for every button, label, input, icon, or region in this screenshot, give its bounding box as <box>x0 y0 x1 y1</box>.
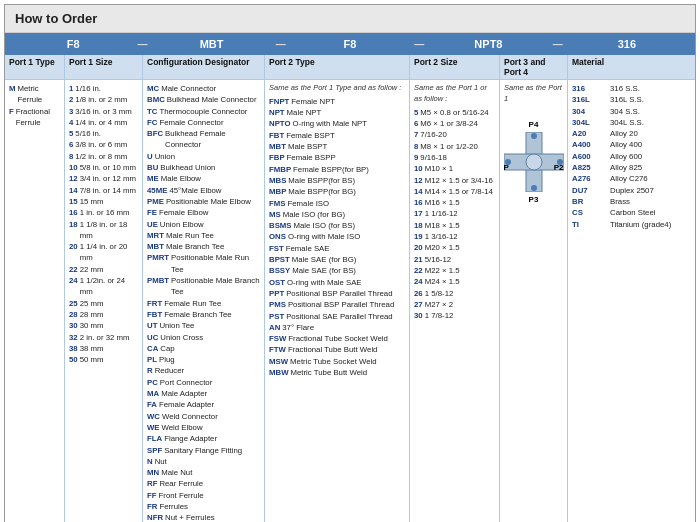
material-entry: A600Alloy 600 <box>572 151 700 162</box>
port1-size-code: 12 <box>69 173 78 184</box>
port1-size-entry: 322 in. or 32 mm <box>69 332 138 343</box>
port2-type-entry: FBPFemale BSPP <box>269 152 405 163</box>
material-entry: 304304 S.S. <box>572 106 700 117</box>
config-desc: Union Elbow <box>160 219 204 230</box>
port1-size-desc: 7/8 in. or 14 mm <box>80 185 136 196</box>
port1-size-entry: 41/4 in. or 4 mm <box>69 117 138 128</box>
config-desc: Weld Elbow <box>162 422 203 433</box>
port2-type-entry: MBPMale BSPP(for BG) <box>269 186 405 197</box>
config-desc: Cap <box>160 343 174 354</box>
port2-type-entry: MSMale ISO (for BG) <box>269 209 405 220</box>
port2-type-desc: O-ring with Male NPT <box>293 118 368 129</box>
port1-size-entry: 5050 mm <box>69 354 138 365</box>
port2-size-desc: M22 × 1.5 <box>425 265 460 276</box>
port2-size-entry: 301 7/8-12 <box>414 310 495 321</box>
config-desc: Weld Connector <box>162 411 218 422</box>
config-code: PMBT <box>147 275 169 298</box>
port1-size-entry: 123/4 in. or 12 mm <box>69 173 138 184</box>
material-desc: 316 S.S. <box>610 83 640 94</box>
config-code: FC <box>147 117 157 128</box>
config-entry: BUBulkhead Union <box>147 162 260 173</box>
port2-type-entry: PPTPositional BSP Parallel Thread <box>269 288 405 299</box>
config-desc: Bulkhead Union <box>160 162 215 173</box>
port2-size-entry: 8M8 × 1 or 1/2-20 <box>414 141 495 152</box>
config-entry: MEMale Elbow <box>147 173 260 184</box>
port1-size-entry: 181 1/8 in. or 18 mm <box>69 219 138 242</box>
config-entry: 45ME45°Male Elbow <box>147 185 260 196</box>
config-code: NFR <box>147 512 163 522</box>
port2-type-entry: BPSTMale SAE (for BG) <box>269 254 405 265</box>
port2-size-desc: 7/16-20 <box>420 129 446 140</box>
port2-size-entry: 16M16 × 1.5 <box>414 197 495 208</box>
material-code: CS <box>572 207 608 218</box>
material-entry: A400Alloy 400 <box>572 139 700 150</box>
material-code: BR <box>572 196 608 207</box>
port2-size-code: 6 <box>414 118 418 129</box>
port1-size-code: 24 <box>69 275 78 298</box>
port2-size-entry: 12M12 × 1.5 or 3/4-16 <box>414 175 495 186</box>
port2-size-entry: 191 3/16-12 <box>414 231 495 242</box>
subheader-port2-type: Port 2 Type <box>265 55 410 79</box>
port2-size-desc: M27 × 2 <box>425 299 453 310</box>
port2-size-entry: 171 1/16-12 <box>414 208 495 219</box>
port2-type-desc: Male ISO (for BG) <box>283 209 345 220</box>
port2-size-desc: M12 × 1.5 or 3/4-16 <box>425 175 493 186</box>
config-code: MC <box>147 83 159 94</box>
port2-size-entry: 99/16-18 <box>414 152 495 163</box>
port2-type-code: FTW <box>269 344 286 355</box>
port2-size-desc: 1 1/16-12 <box>425 208 458 219</box>
config-code: UE <box>147 219 158 230</box>
port1-size-code: 14 <box>69 185 78 196</box>
port2-type-entry: FTWFractional Tube Butt Weld <box>269 344 405 355</box>
config-code: FLA <box>147 433 162 444</box>
material-code: A276 <box>572 173 608 184</box>
port2-type-entry: MBWMetric Tube Butt Weld <box>269 367 405 378</box>
port2-type-desc: Fractional Tube Socket Weld <box>288 333 388 344</box>
page-title: How to Order <box>5 5 695 33</box>
port2-type-code: FBP <box>269 152 285 163</box>
port2-type-entry: PMSPositional BSP Parallel Thread <box>269 299 405 310</box>
port1-size-desc: 25 mm <box>80 298 104 309</box>
config-code: N <box>147 456 153 467</box>
port2-size-desc: M10 × 1 <box>425 163 453 174</box>
port2-type-code: OST <box>269 277 285 288</box>
port2-size-header: Same as the Port 1 or as follow : <box>414 83 495 105</box>
port2-size-entry: 215/16-12 <box>414 254 495 265</box>
material-desc: 304L S.S. <box>610 117 644 128</box>
config-entry: FBTFemale Branch Tee <box>147 309 260 320</box>
port2-type-code: FMBP <box>269 164 291 175</box>
config-entry: PMEPositionable Male Elbow <box>147 196 260 207</box>
config-entry: RFRear Ferrule <box>147 478 260 489</box>
config-desc: Ferrules <box>159 501 188 512</box>
material-desc: Alloy 825 <box>610 162 642 173</box>
config-code: FA <box>147 399 157 410</box>
port2-type-desc: Male BSPP(for BS) <box>288 175 355 186</box>
config-code: R <box>147 365 153 376</box>
config-entry: FCFemale Connector <box>147 117 260 128</box>
port2-size-code: 16 <box>414 197 423 208</box>
material-desc: Duplex 2507 <box>610 185 654 196</box>
config-entry: PMRTPositionable Male Run Tee <box>147 252 260 275</box>
p2-label: P2 <box>554 162 564 174</box>
port1-size-entry: 1515 mm <box>69 196 138 207</box>
port2-size-code: 7 <box>414 129 418 140</box>
port1-size-col: 11/16 in.21/8 in. or 2 mm33/16 in. or 3 … <box>65 80 143 522</box>
config-desc: Positionable Male Elbow <box>166 196 251 207</box>
port2-type-code: MSW <box>269 356 288 367</box>
port1-size-entry: 3030 mm <box>69 320 138 331</box>
material-entry: DU7Duplex 2507 <box>572 185 700 196</box>
port2-type-desc: Male SAE (for BG) <box>292 254 357 265</box>
port2-size-entry: 20M20 × 1.5 <box>414 242 495 253</box>
port2-size-entry: 77/16-20 <box>414 129 495 140</box>
port1-size-entry: 201 1/4 in. or 20 mm <box>69 241 138 264</box>
port2-type-entry: FNPTFemale NPT <box>269 96 405 107</box>
port2-size-col: Same as the Port 1 or as follow :5M5 × 0… <box>410 80 500 522</box>
material-entry: 304L304L S.S. <box>572 117 700 128</box>
config-code: WE <box>147 422 160 433</box>
port2-size-code: 21 <box>414 254 423 265</box>
config-code: MA <box>147 388 159 399</box>
port2-size-entry: 18M18 × 1.5 <box>414 220 495 231</box>
material-desc: Alloy 600 <box>610 151 642 162</box>
port2-size-entry: 5M5 × 0.8 or 5/16-24 <box>414 107 495 118</box>
band-dash-4: — <box>551 39 565 50</box>
